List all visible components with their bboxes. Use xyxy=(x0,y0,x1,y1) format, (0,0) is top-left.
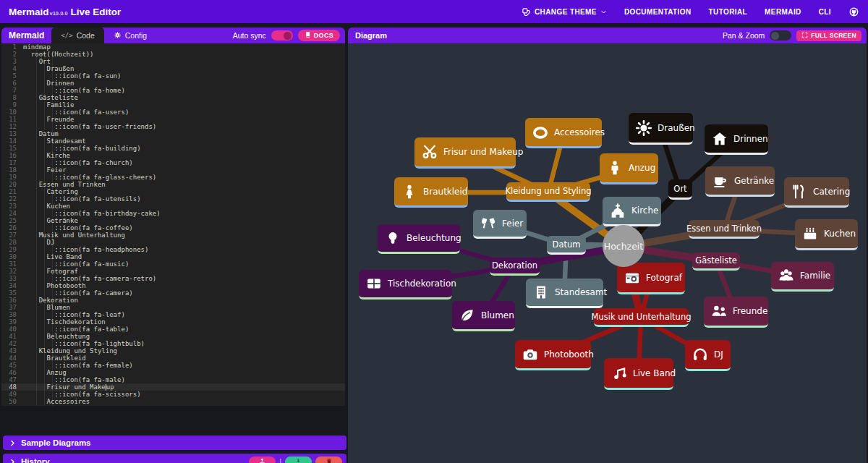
mindmap-node-kuchen: Kuchen xyxy=(795,219,858,250)
users-icon xyxy=(778,267,795,284)
mindmap-node-drau-en: Draußen xyxy=(629,113,693,145)
code-line: 49 ::icon(fa fa-scissors) xyxy=(1,391,345,398)
nav-mermaid[interactable]: MERMAID xyxy=(765,8,801,16)
code-line: 10 ::icon(fa fa-users) xyxy=(1,109,345,116)
mindmap-node-dekoration: Dekoration xyxy=(490,258,540,276)
building-icon xyxy=(532,284,550,301)
upload-icon xyxy=(258,456,266,463)
fullscreen-button[interactable]: FULL SCREEN xyxy=(796,30,861,41)
mindmap-node-musik-und-unterhaltung: Musik und Unterhaltung xyxy=(594,308,689,327)
mindmap-node-ort: Ort xyxy=(668,179,692,200)
trash-icon xyxy=(326,456,333,463)
code-line: 36 Dekoration xyxy=(1,297,345,304)
history-bar[interactable]: History | xyxy=(3,454,346,463)
tab-code[interactable]: </> Code xyxy=(51,27,103,43)
diagram-tabbar: Diagram Pan & Zoom FULL SCREEN xyxy=(348,27,867,43)
code-line: 28 DJ xyxy=(1,239,345,246)
code-line: 22 ::icon(fa fa-utensils) xyxy=(1,195,345,203)
sample-diagrams-bar[interactable]: Sample Diagrams xyxy=(3,436,346,450)
code-line: 19 ::icon(fa fa-glass-cheers) xyxy=(1,174,345,181)
code-line: 21 Catering xyxy=(1,188,345,195)
diagram-pane-title: Diagram xyxy=(348,31,394,40)
code-line: 41 Beleuchtung xyxy=(1,333,345,340)
diagram-canvas[interactable]: Frisur und MakeupAccessoiresDraußenDrinn… xyxy=(348,43,867,463)
music-icon xyxy=(610,365,628,382)
nav-cli[interactable]: CLI xyxy=(819,8,831,16)
code-editor[interactable]: 1mindmap2 root((Hochzeit))3 Ort4 Draußen… xyxy=(1,43,345,406)
editor-pane: Mermaid </> Code Config Auto sync DOCS 1… xyxy=(1,27,345,43)
code-icon: </> xyxy=(61,32,72,39)
mindmap-node-drinnen: Drinnen xyxy=(705,124,768,155)
code-line: 23 Kuchen xyxy=(1,203,345,210)
theme-icon xyxy=(522,7,531,17)
code-line: 25 Getränke xyxy=(1,217,345,224)
mindmap-node-frisur-und-makeup: Frisur und Makeup xyxy=(414,137,516,169)
code-line: 12 ::icon(fa fa-user-friends) xyxy=(1,123,345,130)
camera-icon xyxy=(522,346,539,363)
code-line: 39 Tischdekoration xyxy=(1,318,345,326)
nav-documentation[interactable]: DOCUMENTATION xyxy=(624,8,692,16)
male-icon xyxy=(606,159,624,177)
code-line: 43 Kleidung und Styling xyxy=(1,347,345,354)
history-download-button[interactable] xyxy=(285,456,312,463)
code-line: 44 Brautkleid xyxy=(1,354,345,362)
brand-suffix: Live Editor xyxy=(71,7,122,17)
brand-name: Mermaid xyxy=(9,7,49,17)
mindmap-node-accessoires: Accessoires xyxy=(525,118,602,148)
brand-version: v10.0.0 xyxy=(50,10,68,17)
mindmap-node-live-band: Live Band xyxy=(604,358,673,390)
cheers-icon xyxy=(480,215,497,232)
headphones-icon xyxy=(692,346,709,363)
code-line: 51 ::icon(fa fa-ring) xyxy=(1,405,345,406)
code-line: 33 ::icon(fa fa-camera-retro) xyxy=(1,275,345,282)
cake-icon xyxy=(801,225,819,242)
ring-icon xyxy=(532,124,549,141)
code-line: 48 Frisur und Makeup xyxy=(1,383,345,391)
pan-zoom-toggle[interactable] xyxy=(770,30,791,41)
code-line: 6 Drinnen xyxy=(1,80,345,87)
chevron-right-icon xyxy=(9,439,16,447)
code-line: 14 Standesamt xyxy=(1,137,345,145)
text-cursor xyxy=(106,384,106,391)
code-line: 5 ::icon(fa fa-sun) xyxy=(1,72,345,80)
history-upload-button[interactable] xyxy=(249,456,276,463)
code-line: 13 Datum xyxy=(1,130,345,137)
mindmap-node-kleidung-und-styling: Kleidung und Styling xyxy=(506,182,590,202)
home-icon xyxy=(711,130,728,148)
mindmap-node-fotograf: Fotograf xyxy=(617,263,685,294)
code-line: 35 ::icon(fa fa-camera) xyxy=(1,289,345,297)
code-line: 4 Draußen xyxy=(1,65,345,72)
docs-button[interactable]: DOCS xyxy=(298,30,340,41)
sun-icon xyxy=(635,119,652,137)
utensils-icon xyxy=(791,183,808,200)
mindmap-node-freunde: Freunde xyxy=(704,297,768,328)
mindmap-node-dj: DJ xyxy=(685,340,731,371)
code-line: 50 Accessoires xyxy=(1,398,345,405)
download-icon xyxy=(294,456,302,463)
history-delete-button[interactable] xyxy=(315,456,342,463)
mindmap-node-catering: Catering xyxy=(784,177,849,208)
code-line: 37 Blumen xyxy=(1,304,345,311)
mindmap-node-standesamt: Standesamt xyxy=(526,279,603,308)
top-nav: CHANGE THEMEDOCUMENTATIONTUTORIALMERMAID… xyxy=(522,7,859,17)
nav-tutorial[interactable]: TUTORIAL xyxy=(709,8,748,16)
female-icon xyxy=(401,183,418,200)
mindmap-node-getr-nke: Getränke xyxy=(705,166,775,197)
scissors-icon xyxy=(421,143,438,161)
nav-change-theme[interactable]: CHANGE THEME xyxy=(522,7,607,17)
user-friends-icon xyxy=(710,302,728,320)
auto-sync-toggle[interactable] xyxy=(271,30,293,41)
tab-config[interactable]: Config xyxy=(104,27,156,43)
editor-pane-title: Mermaid xyxy=(1,30,51,41)
code-line: 3 Ort xyxy=(1,58,345,65)
app-title: Mermaid v10.0.0 Live Editor xyxy=(9,7,121,17)
mindmap-root-node: Hochzeit xyxy=(603,225,644,267)
code-line: 16 Kirche xyxy=(1,152,345,159)
code-line: 1mindmap xyxy=(1,43,345,51)
gear-icon xyxy=(114,31,122,41)
github-link[interactable] xyxy=(848,7,859,17)
leaf-icon xyxy=(459,307,476,324)
caret-down-icon xyxy=(600,9,607,15)
code-line: 9 Familie xyxy=(1,101,345,109)
code-line: 30 Live Band xyxy=(1,253,345,260)
